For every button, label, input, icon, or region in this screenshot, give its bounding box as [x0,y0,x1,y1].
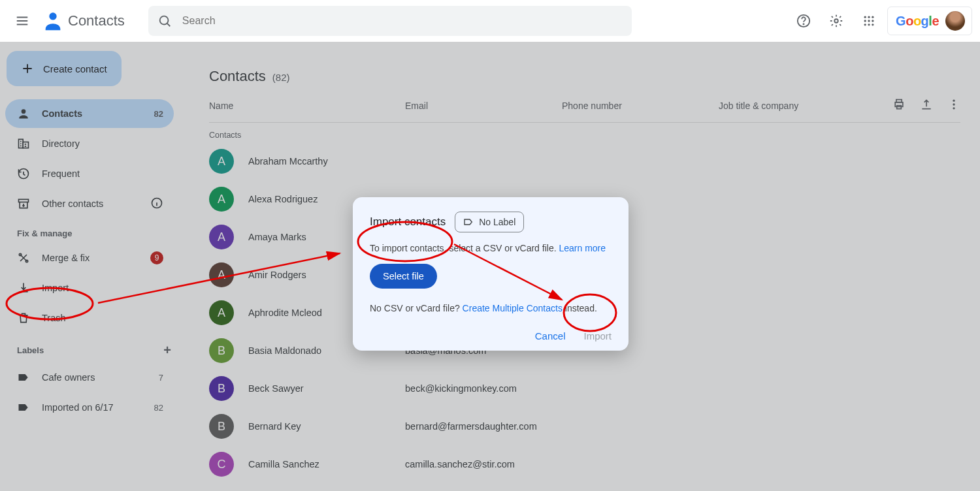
help-button[interactable] [789,7,818,35]
google-apps-button[interactable] [855,7,883,35]
contacts-app-icon [42,10,64,32]
dialog-body-2b: instead. [563,303,597,313]
svg-point-8 [864,20,866,22]
account-switcher[interactable]: Google [887,7,972,35]
help-icon [796,14,811,28]
label-outline-icon [463,217,474,227]
app-name: Contacts [68,12,125,29]
header-actions: Google [789,7,972,35]
dialog-body-2a: No CSV or vCard file? [370,303,463,313]
svg-point-11 [864,24,866,25]
import-dialog: Import contacts No Label To import conta… [353,197,629,351]
dialog-import-button[interactable]: Import [583,330,612,341]
svg-point-6 [868,16,870,18]
svg-point-5 [864,16,866,18]
svg-point-1 [159,16,168,25]
hamburger-icon [15,14,29,28]
search-input[interactable] [181,14,623,27]
select-file-button[interactable]: Select file [370,264,437,289]
dialog-cancel-button[interactable]: Cancel [535,330,566,341]
learn-more-link[interactable]: Learn more [559,243,606,253]
user-avatar[interactable] [944,10,966,32]
svg-point-10 [872,20,874,22]
app-logo[interactable]: Contacts [42,10,125,32]
dialog-body-2: No CSV or vCard file? Create Multiple Co… [370,303,612,313]
dialog-title: Import contacts [370,215,446,229]
svg-point-9 [868,20,870,22]
apps-grid-icon [862,14,875,27]
search-bar[interactable] [148,6,632,36]
create-multiple-link[interactable]: Create Multiple Contacts [463,303,563,313]
gear-icon [829,14,843,28]
svg-point-13 [872,24,874,25]
svg-point-0 [49,12,56,20]
svg-point-4 [834,19,838,23]
svg-point-7 [872,16,874,18]
svg-point-12 [868,24,870,25]
svg-point-3 [804,24,804,24]
app-header: Contacts Google [0,0,980,42]
no-label-text: No Label [479,217,515,227]
dialog-body-1-text: To import contacts, select a CSV or vCar… [370,243,559,253]
settings-button[interactable] [822,7,851,35]
search-icon [157,14,172,28]
app-body: Create contact Contacts 82 Directory Fre… [0,42,980,491]
google-logo: Google [896,14,939,29]
main-menu-button[interactable] [8,7,37,35]
no-label-chip[interactable]: No Label [455,212,524,232]
dialog-body-1: To import contacts, select a CSV or vCar… [370,243,612,253]
